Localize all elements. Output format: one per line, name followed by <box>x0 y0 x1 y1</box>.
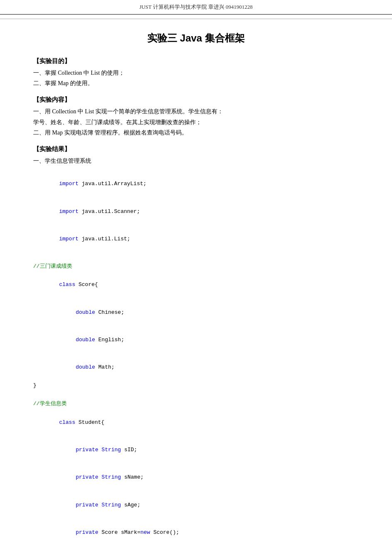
result-content: 一、学生信息管理系统 <box>33 156 359 166</box>
purpose-line-1: 一、掌握 Collection 中 List 的使用； <box>33 70 124 76</box>
student-sname-line: private String sName; <box>50 464 359 491</box>
content-line-2: 学号、姓名、年龄、三门课成绩等。在其上实现增删改查的操作； <box>33 119 202 125</box>
kw-private-3: private <box>75 502 98 508</box>
header-bar: JUST 计算机科学与技术学院 章进兴 0941901228 <box>0 0 392 15</box>
score-class-close: } <box>33 381 359 390</box>
kw-private-4: private <box>75 529 98 535</box>
student-sage-line: private String sAge; <box>50 491 359 518</box>
score-class-open: class Score{ <box>33 271 359 298</box>
score-math-line: double Math; <box>50 354 359 381</box>
result-header: 【实验结果】 <box>33 145 359 153</box>
import-line-3: import java.util.List; <box>33 225 359 253</box>
student-sid-line: private String sID; <box>50 436 359 464</box>
kw-string-3: String <box>102 502 121 508</box>
kw-class-score: class <box>59 281 75 288</box>
kw-double-2: double <box>75 337 95 343</box>
page-container: JUST 计算机科学与技术学院 章进兴 0941901228 实验三 Java … <box>0 0 392 555</box>
page-title: 实验三 Java 集合框架 <box>33 32 359 45</box>
import-line-1: import java.util.ArrayList; <box>33 170 359 198</box>
purpose-content: 一、掌握 Collection 中 List 的使用； 二、掌握 Map 的使用… <box>33 68 359 88</box>
kw-private-2: private <box>75 474 98 480</box>
score-chinese-line: double Chinese; <box>50 298 359 326</box>
content-line-3: 二、用 Map 实现电话簿 管理程序。根据姓名查询电话号码。 <box>33 130 187 136</box>
kw-string-2: String <box>102 474 121 480</box>
kw-class-student: class <box>59 419 75 425</box>
content-content: 一、用 Collection 中 List 实现一个简单的学生信息管理系统。学生… <box>33 106 359 138</box>
score-english-line: double English; <box>50 326 359 354</box>
kw-import-1: import <box>59 181 78 187</box>
header-text: JUST 计算机科学与技术学院 章进兴 0941901228 <box>139 4 253 10</box>
kw-double-3: double <box>75 364 95 370</box>
student-smark-line: private Score sMark=new Score(); <box>50 519 359 546</box>
student-class-open: class Student{ <box>33 409 359 436</box>
content-header: 【实验内容】 <box>33 96 359 104</box>
kw-string-1: String <box>102 447 121 453</box>
student-constructor-empty-open: public Student(){ <box>50 546 359 555</box>
blank-1 <box>33 253 359 262</box>
comment-score: //三门课成绩类 <box>33 262 359 271</box>
content-line-1: 一、用 Collection 中 List 实现一个简单的学生信息管理系统。学生… <box>33 108 223 115</box>
import-line-2: import java.util.Scanner; <box>33 198 359 225</box>
kw-import-2: import <box>59 208 78 215</box>
kw-private-1: private <box>75 447 98 453</box>
comment-student: //学生信息类 <box>33 399 359 408</box>
kw-double-1: double <box>75 309 95 315</box>
main-content: 实验三 Java 集合框架 【实验目的】 一、掌握 Collection 中 L… <box>0 19 392 555</box>
code-block: import java.util.ArrayList; import java.… <box>33 170 359 555</box>
purpose-header: 【实验目的】 <box>33 57 359 65</box>
purpose-line-2: 二、掌握 Map 的使用。 <box>33 80 93 86</box>
blank-2 <box>33 390 359 399</box>
kw-import-3: import <box>59 236 78 242</box>
kw-new-1: new <box>140 529 150 535</box>
